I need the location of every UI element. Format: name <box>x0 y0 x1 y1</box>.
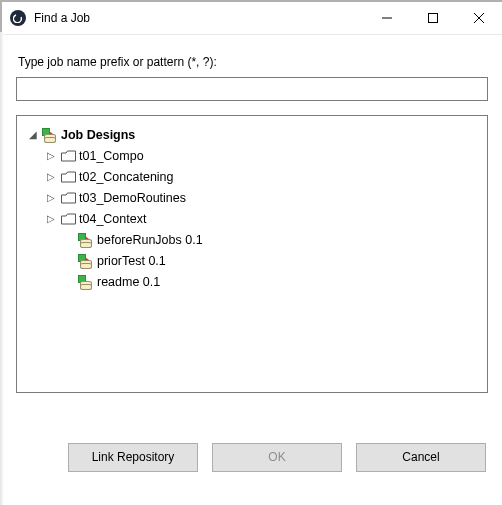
tree-job-label: priorTest 0.1 <box>97 254 166 268</box>
button-bar: Link Repository OK Cancel <box>1 427 502 505</box>
ok-button: OK <box>212 443 342 472</box>
tree-folder[interactable]: ▷ t01_Compo <box>23 145 481 166</box>
chevron-right-icon[interactable]: ▷ <box>45 150 57 161</box>
tree-folder[interactable]: ▷ t02_Concatening <box>23 166 481 187</box>
close-button[interactable] <box>456 2 502 34</box>
minimize-button[interactable] <box>364 2 410 34</box>
svg-marker-6 <box>61 193 75 203</box>
link-repository-button[interactable]: Link Repository <box>68 443 198 472</box>
chevron-right-icon[interactable]: ▷ <box>45 171 57 182</box>
tree-job[interactable]: ▷ beforeRunJobs 0.1 <box>23 229 481 250</box>
chevron-right-icon[interactable]: ▷ <box>45 192 57 203</box>
svg-marker-4 <box>61 151 75 161</box>
tree-folder-label: t01_Compo <box>79 149 144 163</box>
tree-folder-label: t03_DemoRoutines <box>79 191 186 205</box>
tree-root-job-designs[interactable]: ◢ Job Designs <box>23 124 481 145</box>
folder-icon <box>59 192 77 204</box>
folder-icon <box>59 213 77 225</box>
window-title: Find a Job <box>34 11 90 25</box>
job-icon <box>77 275 95 289</box>
folder-icon <box>59 150 77 162</box>
tree-folder[interactable]: ▷ t04_Context <box>23 208 481 229</box>
svg-marker-5 <box>61 172 75 182</box>
tree-folder-label: t04_Context <box>79 212 146 226</box>
tree-panel[interactable]: ◢ Job Designs ▷ t01_Compo ▷ t02_Concaten… <box>16 115 488 393</box>
search-input[interactable] <box>16 77 488 101</box>
job-icon <box>77 233 95 247</box>
chevron-right-icon[interactable]: ▷ <box>45 213 57 224</box>
tree-folder[interactable]: ▷ t03_DemoRoutines <box>23 187 481 208</box>
tree-root-label: Job Designs <box>61 128 135 142</box>
cancel-button[interactable]: Cancel <box>356 443 486 472</box>
tree-job-label: beforeRunJobs 0.1 <box>97 233 203 247</box>
job-icon <box>41 128 59 142</box>
svg-marker-7 <box>61 214 75 224</box>
titlebar: Find a Job <box>2 2 502 35</box>
folder-icon <box>59 171 77 183</box>
tree-job[interactable]: ▷ priorTest 0.1 <box>23 250 481 271</box>
svg-rect-1 <box>429 14 438 23</box>
app-icon <box>10 10 26 26</box>
tree-job-label: readme 0.1 <box>97 275 160 289</box>
tree-job[interactable]: ▷ readme 0.1 <box>23 271 481 292</box>
tree-folder-label: t02_Concatening <box>79 170 174 184</box>
chevron-down-icon[interactable]: ◢ <box>27 129 39 140</box>
maximize-button[interactable] <box>410 2 456 34</box>
job-icon <box>77 254 95 268</box>
prompt-label: Type job name prefix or pattern (*, ?): <box>18 55 488 69</box>
